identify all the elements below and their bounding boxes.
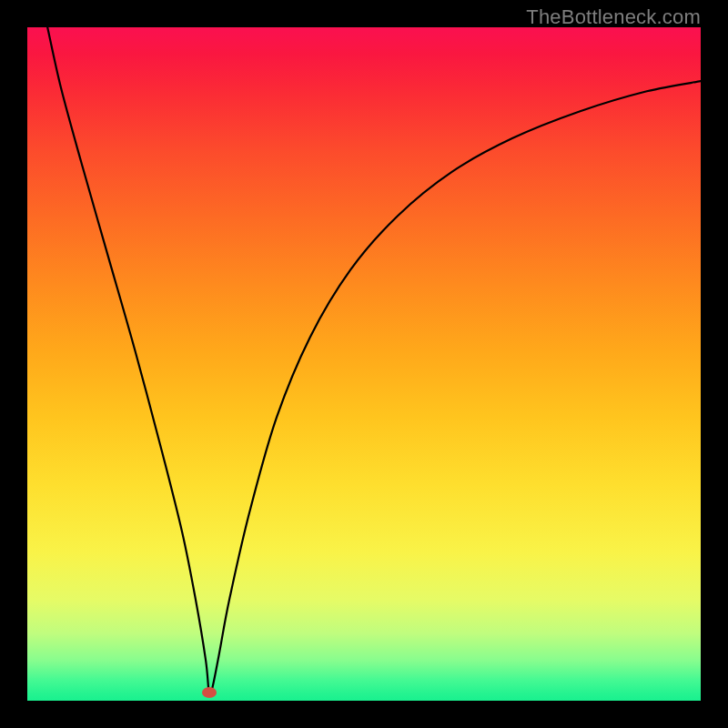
watermark-label: TheBottleneck.com [526,5,701,29]
curve-svg [27,27,701,701]
minimum-marker [202,687,217,698]
chart-frame: TheBottleneck.com [0,0,728,728]
bottleneck-curve-path [47,27,701,694]
plot-area [27,27,701,701]
